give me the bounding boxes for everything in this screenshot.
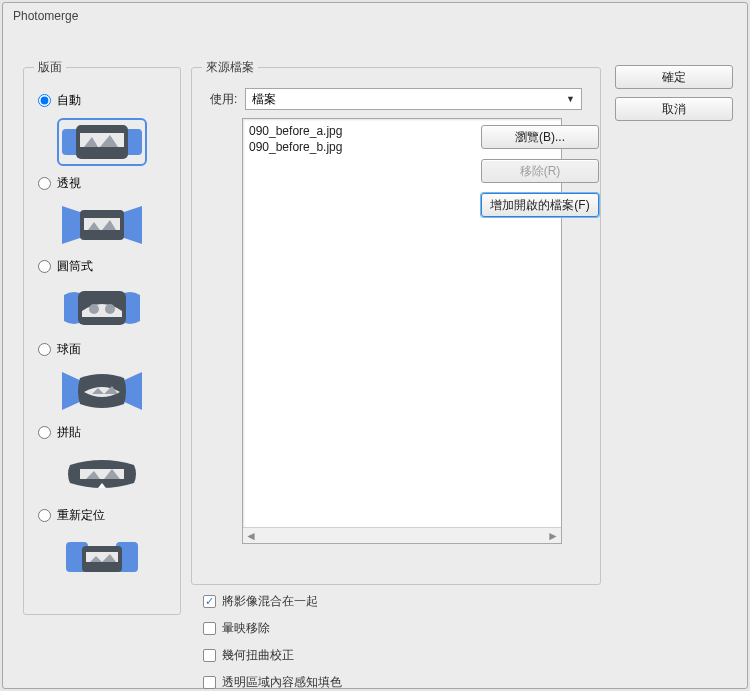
photomerge-dialog: Photomerge 版面 自動 透視 圓筒式 球面 [2,2,748,689]
check-geodist[interactable]: 幾何扭曲校正 [203,647,342,664]
layout-option-label: 球面 [57,341,81,358]
chevron-down-icon: ▼ [566,94,575,104]
checkbox-icon[interactable]: ✓ [203,595,216,608]
radio-cylindrical[interactable] [38,260,51,273]
radio-perspective[interactable] [38,177,51,190]
horizontal-scrollbar[interactable]: ◄► [243,527,561,543]
radio-reposition[interactable] [38,509,51,522]
check-vignette[interactable]: 暈映移除 [203,620,342,637]
layout-option-label: 自動 [57,92,81,109]
thumb-reposition [60,536,144,578]
thumb-perspective [60,204,144,246]
checkbox-icon[interactable] [203,649,216,662]
dialog-title: Photomerge [3,3,747,29]
checkbox-icon[interactable] [203,622,216,635]
layout-option-label: 重新定位 [57,507,105,524]
check-label: 暈映移除 [222,620,270,637]
ok-button[interactable]: 確定 [615,65,733,89]
use-combobox[interactable]: 檔案 ▼ [245,88,582,110]
thumb-collage [60,453,144,495]
check-blend[interactable]: ✓將影像混合在一起 [203,593,342,610]
source-legend: 來源檔案 [202,59,258,76]
layout-fieldset: 版面 自動 透視 圓筒式 球面 拼貼 [23,59,181,615]
browse-button[interactable]: 瀏覽(B)... [481,125,599,149]
check-label: 幾何扭曲校正 [222,647,294,664]
use-value: 檔案 [252,91,276,108]
layout-option-label: 透視 [57,175,81,192]
check-label: 將影像混合在一起 [222,593,318,610]
scroll-left-icon[interactable]: ◄ [245,529,257,543]
layout-option-cylindrical[interactable]: 圓筒式 [34,256,170,277]
use-label: 使用: [210,91,237,108]
add-open-files-button[interactable]: 增加開啟的檔案(F) [481,193,599,217]
layout-legend: 版面 [34,59,66,76]
checkbox-icon[interactable] [203,676,216,689]
svg-point-13 [89,304,99,314]
layout-option-label: 拼貼 [57,424,81,441]
radio-auto[interactable] [38,94,51,107]
layout-option-label: 圓筒式 [57,258,93,275]
layout-option-auto[interactable]: 自動 [34,90,170,111]
layout-option-collage[interactable]: 拼貼 [34,422,170,443]
layout-option-spherical[interactable]: 球面 [34,339,170,360]
layout-option-reposition[interactable]: 重新定位 [34,505,170,526]
thumb-cylindrical [60,287,144,329]
thumb-spherical [60,370,144,412]
thumb-auto [60,121,144,163]
check-label: 透明區域內容感知填色 [222,674,342,691]
scroll-right-icon[interactable]: ► [547,529,559,543]
cancel-button[interactable]: 取消 [615,97,733,121]
radio-collage[interactable] [38,426,51,439]
layout-option-perspective[interactable]: 透視 [34,173,170,194]
remove-button[interactable]: 移除(R) [481,159,599,183]
radio-spherical[interactable] [38,343,51,356]
svg-point-14 [105,304,115,314]
check-caf[interactable]: 透明區域內容感知填色 [203,674,342,691]
